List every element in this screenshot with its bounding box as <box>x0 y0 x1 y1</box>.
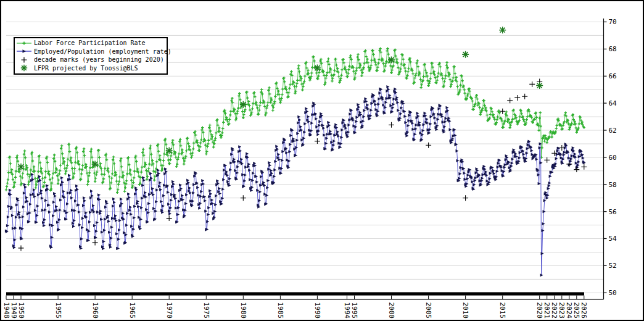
x-tick-label: 2010 <box>461 302 469 319</box>
legend-item-label: decade marks (years beginning 2020) <box>34 56 164 63</box>
x-tick-label: 1990 <box>313 302 321 319</box>
y-tick-label: 58 <box>609 181 617 189</box>
legend-item-decade-marks: decade marks (years beginning 2020) <box>15 56 167 64</box>
lfpr-line-plus-icon <box>16 40 32 47</box>
x-tick-label: 1980 <box>239 302 247 319</box>
x-tick-label: 2000 <box>387 302 395 319</box>
x-tick-label: 1965 <box>128 302 136 319</box>
x-tick-label: 2024 <box>565 302 573 319</box>
legend-item-label: Employed/Population (employment rate) <box>34 48 171 54</box>
x-tick-label: 2023 <box>558 302 566 319</box>
y-tick-label: 50 <box>609 289 617 297</box>
x-tick-label: 2021 <box>543 302 551 319</box>
y-tick-label: 54 <box>609 235 617 243</box>
decade-mark-cross-icon <box>16 56 32 64</box>
lfpr-epop-chart-figure: 5052545658606264666870194819491950195519… <box>0 0 644 321</box>
y-tick-label: 64 <box>609 99 617 107</box>
legend-item-label: Labor Force Participation Rate <box>34 40 146 46</box>
legend-item-lfpr: Labor Force Participation Rate <box>15 39 167 48</box>
x-tick-label: 2015 <box>498 302 506 319</box>
x-tick-label: 1994 <box>343 302 351 319</box>
legend-item-toossi: LFPR projected by Toossi@BLS <box>15 64 167 73</box>
x-tick-label: 2020 <box>535 302 543 319</box>
legend: Labor Force Participation Rate Employed/… <box>14 37 168 75</box>
x-tick-label: 2022 <box>550 302 558 319</box>
y-tick-label: 56 <box>609 208 617 216</box>
y-tick-label: 60 <box>609 154 617 162</box>
y-tick-label: 52 <box>609 262 617 270</box>
y-tick-label: 62 <box>609 127 617 135</box>
x-tick-label: 2005 <box>424 302 432 319</box>
epop-line-triangle-icon <box>16 48 32 55</box>
x-tick-label: 2026 <box>580 302 588 319</box>
y-tick-label: 68 <box>609 45 617 53</box>
x-tick-label: 1955 <box>54 302 62 319</box>
toossi-asterisk-icon <box>16 64 32 72</box>
x-tick-label: 1970 <box>165 302 173 319</box>
x-tick-label: 1950 <box>17 302 25 319</box>
legend-item-epop: Employed/Population (employment rate) <box>15 48 167 56</box>
epop-series <box>5 85 586 277</box>
x-tick-label: 1985 <box>276 302 284 319</box>
x-tick-label: 2025 <box>572 302 580 319</box>
legend-item-label: LFPR projected by Toossi@BLS <box>34 64 138 71</box>
y-tick-label: 66 <box>609 72 617 80</box>
x-tick-label: 1975 <box>202 302 210 319</box>
x-tick-label: 1948 <box>2 302 10 319</box>
y-tick-label: 70 <box>609 18 617 26</box>
x-tick-label: 1995 <box>350 302 358 319</box>
x-tick-label: 1949 <box>10 302 18 319</box>
x-tick-label: 1960 <box>91 302 99 319</box>
